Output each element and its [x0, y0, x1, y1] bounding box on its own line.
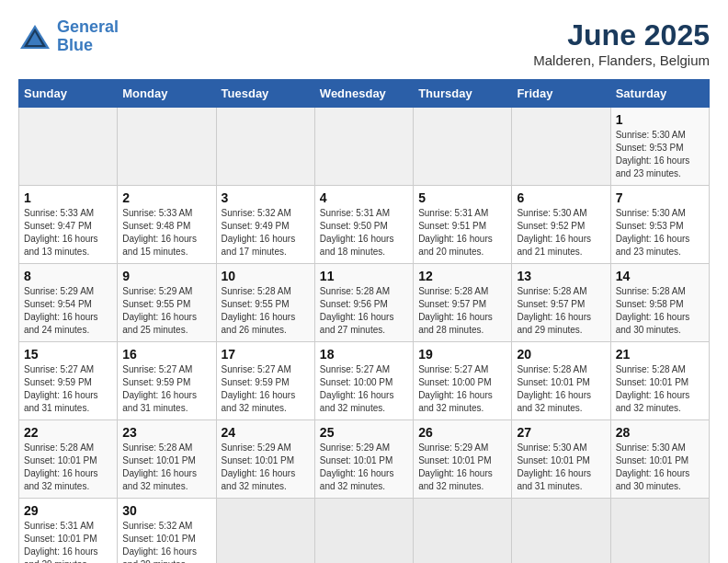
header: General Blue June 2025 Malderen, Flander… — [18, 18, 710, 68]
col-header-friday: Friday — [512, 80, 610, 108]
day-info: Sunrise: 5:30 AMSunset: 9:52 PMDaylight:… — [517, 207, 605, 259]
day-number: 4 — [320, 190, 408, 205]
day-number: 2 — [122, 190, 210, 205]
day-info: Sunrise: 5:28 AMSunset: 9:57 PMDaylight:… — [517, 285, 605, 337]
day-info: Sunrise: 5:28 AMSunset: 10:01 PMDaylight… — [122, 442, 210, 493]
calendar-week-row: 1Sunrise: 5:33 AMSunset: 9:47 PMDaylight… — [19, 186, 710, 264]
day-number: 22 — [24, 425, 112, 440]
calendar-cell: 23Sunrise: 5:28 AMSunset: 10:01 PMDaylig… — [118, 420, 216, 499]
calendar-cell: 15Sunrise: 5:27 AMSunset: 9:59 PMDayligh… — [19, 342, 118, 420]
day-number: 12 — [418, 269, 506, 283]
day-info: Sunrise: 5:33 AMSunset: 9:47 PMDaylight:… — [24, 207, 112, 259]
day-info: Sunrise: 5:28 AMSunset: 9:55 PMDaylight:… — [222, 285, 310, 337]
calendar-cell: 19Sunrise: 5:27 AMSunset: 10:00 PMDaylig… — [414, 342, 512, 420]
calendar-header-row: SundayMondayTuesdayWednesdayThursdayFrid… — [19, 80, 710, 108]
day-number: 19 — [418, 347, 506, 362]
day-number: 1 — [24, 190, 112, 205]
day-info: Sunrise: 5:30 AMSunset: 9:53 PMDaylight:… — [616, 129, 704, 180]
calendar-cell: 16Sunrise: 5:27 AMSunset: 9:59 PMDayligh… — [118, 342, 216, 420]
col-header-sunday: Sunday — [19, 80, 118, 108]
calendar-cell: 3Sunrise: 5:32 AMSunset: 9:49 PMDaylight… — [216, 186, 314, 264]
day-number: 20 — [517, 347, 605, 362]
day-number: 3 — [222, 190, 310, 205]
col-header-wednesday: Wednesday — [314, 80, 413, 108]
calendar-week-row: 15Sunrise: 5:27 AMSunset: 9:59 PMDayligh… — [19, 342, 710, 420]
day-info: Sunrise: 5:29 AMSunset: 9:55 PMDaylight:… — [122, 285, 210, 337]
calendar-cell: 11Sunrise: 5:28 AMSunset: 9:56 PMDayligh… — [314, 264, 413, 342]
day-number: 15 — [24, 347, 112, 362]
day-number: 26 — [418, 425, 506, 440]
col-header-thursday: Thursday — [414, 80, 512, 108]
day-number: 6 — [517, 190, 605, 205]
day-number: 11 — [320, 269, 408, 283]
day-info: Sunrise: 5:30 AMSunset: 10:01 PMDaylight… — [517, 442, 605, 493]
day-info: Sunrise: 5:27 AMSunset: 9:59 PMDaylight:… — [122, 363, 210, 415]
day-info: Sunrise: 5:27 AMSunset: 10:00 PMDaylight… — [418, 363, 506, 415]
calendar-table: SundayMondayTuesdayWednesdayThursdayFrid… — [18, 79, 710, 563]
day-number: 28 — [616, 425, 704, 440]
day-info: Sunrise: 5:30 AMSunset: 10:01 PMDaylight… — [616, 442, 704, 493]
col-header-monday: Monday — [118, 80, 216, 108]
calendar-cell: 12Sunrise: 5:28 AMSunset: 9:57 PMDayligh… — [414, 264, 512, 342]
day-info: Sunrise: 5:29 AMSunset: 10:01 PMDaylight… — [222, 442, 310, 493]
calendar-cell: 20Sunrise: 5:28 AMSunset: 10:01 PMDaylig… — [512, 342, 610, 420]
calendar-cell: 26Sunrise: 5:29 AMSunset: 10:01 PMDaylig… — [414, 420, 512, 499]
day-number: 21 — [616, 347, 704, 362]
day-number: 17 — [222, 347, 310, 362]
day-info: Sunrise: 5:32 AMSunset: 9:49 PMDaylight:… — [222, 207, 310, 259]
calendar-cell: 21Sunrise: 5:28 AMSunset: 10:01 PMDaylig… — [610, 342, 709, 420]
day-info: Sunrise: 5:28 AMSunset: 10:01 PMDaylight… — [24, 442, 112, 493]
day-number: 25 — [320, 425, 408, 440]
calendar-cell: 1Sunrise: 5:33 AMSunset: 9:47 PMDaylight… — [19, 186, 118, 264]
day-number: 24 — [222, 425, 310, 440]
calendar-cell: 8Sunrise: 5:29 AMSunset: 9:54 PMDaylight… — [19, 264, 118, 342]
calendar-cell: 9Sunrise: 5:29 AMSunset: 9:55 PMDaylight… — [118, 264, 216, 342]
calendar-cell: 14Sunrise: 5:28 AMSunset: 9:58 PMDayligh… — [610, 264, 709, 342]
day-number: 7 — [616, 190, 704, 205]
main-title: June 2025 — [533, 18, 710, 52]
day-number: 23 — [122, 425, 210, 440]
calendar-cell — [118, 108, 216, 186]
day-info: Sunrise: 5:27 AMSunset: 9:59 PMDaylight:… — [24, 363, 112, 415]
calendar-cell: 13Sunrise: 5:28 AMSunset: 9:57 PMDayligh… — [512, 264, 610, 342]
day-number: 14 — [616, 269, 704, 283]
calendar-cell — [512, 108, 610, 186]
day-info: Sunrise: 5:28 AMSunset: 10:01 PMDaylight… — [616, 363, 704, 415]
day-info: Sunrise: 5:31 AMSunset: 10:01 PMDaylight… — [24, 520, 112, 563]
calendar-cell — [610, 499, 709, 564]
calendar-week-row: 8Sunrise: 5:29 AMSunset: 9:54 PMDaylight… — [19, 264, 710, 342]
calendar-cell — [414, 108, 512, 186]
calendar-cell: 17Sunrise: 5:27 AMSunset: 9:59 PMDayligh… — [216, 342, 314, 420]
day-info: Sunrise: 5:33 AMSunset: 9:48 PMDaylight:… — [122, 207, 210, 259]
title-area: June 2025 Malderen, Flanders, Belgium — [533, 18, 710, 68]
day-info: Sunrise: 5:31 AMSunset: 9:51 PMDaylight:… — [418, 207, 506, 259]
logo-icon — [18, 23, 51, 51]
day-info: Sunrise: 5:30 AMSunset: 9:53 PMDaylight:… — [616, 207, 704, 259]
day-number: 27 — [517, 425, 605, 440]
calendar-week-row: 29Sunrise: 5:31 AMSunset: 10:01 PMDaylig… — [19, 499, 710, 564]
day-info: Sunrise: 5:29 AMSunset: 10:01 PMDaylight… — [418, 442, 506, 493]
day-info: Sunrise: 5:31 AMSunset: 9:50 PMDaylight:… — [320, 207, 408, 259]
calendar-cell: 10Sunrise: 5:28 AMSunset: 9:55 PMDayligh… — [216, 264, 314, 342]
day-number: 1 — [616, 112, 704, 127]
day-info: Sunrise: 5:27 AMSunset: 9:59 PMDaylight:… — [222, 363, 310, 415]
col-header-saturday: Saturday — [610, 80, 709, 108]
calendar-cell: 18Sunrise: 5:27 AMSunset: 10:00 PMDaylig… — [314, 342, 413, 420]
calendar-week-row: 22Sunrise: 5:28 AMSunset: 10:01 PMDaylig… — [19, 420, 710, 499]
day-number: 18 — [320, 347, 408, 362]
day-info: Sunrise: 5:28 AMSunset: 9:57 PMDaylight:… — [418, 285, 506, 337]
calendar-cell: 4Sunrise: 5:31 AMSunset: 9:50 PMDaylight… — [314, 186, 413, 264]
day-info: Sunrise: 5:32 AMSunset: 10:01 PMDaylight… — [122, 520, 210, 563]
day-number: 9 — [122, 269, 210, 283]
calendar-cell: 30Sunrise: 5:32 AMSunset: 10:01 PMDaylig… — [118, 499, 216, 564]
calendar-cell: 28Sunrise: 5:30 AMSunset: 10:01 PMDaylig… — [610, 420, 709, 499]
day-info: Sunrise: 5:29 AMSunset: 10:01 PMDaylight… — [320, 442, 408, 493]
calendar-week-row: 1Sunrise: 5:30 AMSunset: 9:53 PMDaylight… — [19, 108, 710, 186]
calendar-cell — [216, 108, 314, 186]
calendar-cell: 27Sunrise: 5:30 AMSunset: 10:01 PMDaylig… — [512, 420, 610, 499]
day-number: 30 — [122, 503, 210, 518]
calendar-cell: 1Sunrise: 5:30 AMSunset: 9:53 PMDaylight… — [610, 108, 709, 186]
calendar-cell: 25Sunrise: 5:29 AMSunset: 10:01 PMDaylig… — [314, 420, 413, 499]
calendar-cell — [19, 108, 118, 186]
day-number: 5 — [418, 190, 506, 205]
